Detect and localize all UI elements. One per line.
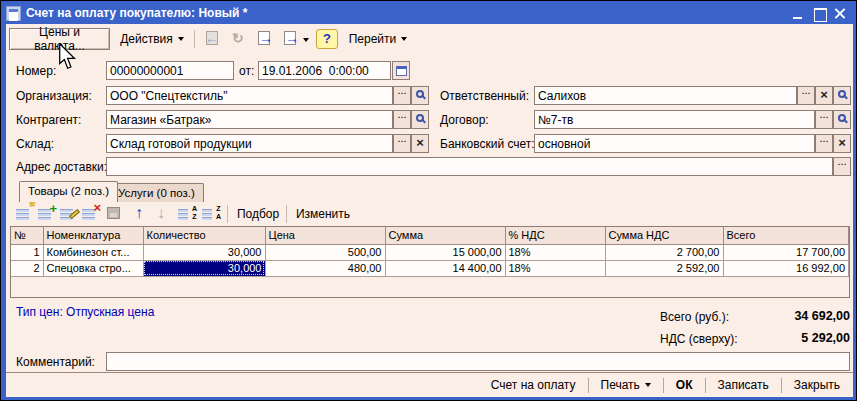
rows-icon	[178, 209, 188, 220]
contract-label: Договор:	[440, 113, 489, 127]
cell-total[interactable]: 16 992,00	[723, 260, 849, 276]
toolbar-separator	[194, 30, 195, 48]
responsible-label: Ответственный:	[440, 89, 529, 103]
cell-vat-pct[interactable]: 18%	[505, 260, 605, 276]
goto-button[interactable]: Перейти	[344, 28, 412, 50]
edit-row-button[interactable]	[58, 204, 80, 224]
bank-account-clear-button[interactable]	[833, 134, 851, 153]
items-table: № Номенклатура Количество Цена Сумма % Н…	[10, 226, 850, 298]
chevron-down-icon	[303, 38, 309, 42]
chevron-down-icon	[645, 383, 651, 387]
vat-value: 5 292,00	[720, 331, 850, 345]
bank-account-select-button[interactable]	[815, 134, 833, 153]
cell-vat-sum[interactable]: 2 592,00	[605, 260, 723, 276]
tab-goods[interactable]: Товары (2 поз.)	[19, 181, 118, 202]
organization-label: Организация:	[16, 89, 92, 103]
counterparty-select-button[interactable]	[393, 110, 411, 129]
cell-nomenclature[interactable]: Спецовка стро...	[43, 260, 143, 276]
add-row-button[interactable]: *	[14, 204, 36, 224]
cell-sum[interactable]: 15 000,00	[385, 244, 505, 260]
cell-total[interactable]: 17 700,00	[723, 244, 849, 260]
table-row: 2 Спецовка стро... 30,000 480,00 14 400,…	[11, 260, 849, 276]
actions-button[interactable]: Действия	[116, 28, 188, 50]
footer-separator	[588, 378, 589, 393]
warehouse-clear-button[interactable]	[411, 134, 429, 153]
comment-input[interactable]	[106, 352, 850, 371]
organization-open-button[interactable]	[411, 86, 429, 105]
toolbar-separator	[286, 205, 287, 223]
prices-currency-button[interactable]: Цены и валюта...	[9, 28, 110, 50]
responsible-open-button[interactable]	[833, 86, 851, 105]
bank-account-label: Банковский счет:	[440, 137, 535, 151]
col-header-total: Всего	[723, 227, 849, 244]
cell-num[interactable]: 1	[11, 244, 43, 260]
date-input[interactable]	[258, 61, 391, 80]
cell-sum[interactable]: 14 400,00	[385, 260, 505, 276]
change-button[interactable]: Изменить	[291, 203, 355, 224]
toolbar-separator	[227, 205, 228, 223]
print-button[interactable]: Печать	[590, 375, 662, 395]
help-button[interactable]: ?	[316, 29, 338, 49]
contract-input[interactable]	[534, 110, 815, 129]
post-document-menu-button[interactable]: →	[280, 29, 310, 49]
cell-price[interactable]: 500,00	[265, 244, 385, 260]
cell-vat-pct[interactable]: 18%	[505, 244, 605, 260]
cell-price[interactable]: 480,00	[265, 260, 385, 276]
date-label: от:	[239, 64, 254, 78]
cell-num[interactable]: 2	[11, 260, 43, 276]
post-document-button[interactable]: →	[254, 29, 276, 49]
number-input[interactable]	[106, 61, 234, 80]
rows-icon	[16, 209, 29, 220]
delete-row-button[interactable]: ×	[80, 204, 102, 224]
cell-quantity-selected[interactable]: 30,000	[143, 260, 265, 276]
number-label: Номер:	[16, 64, 56, 78]
reread-button: ←	[202, 29, 224, 49]
close-icon[interactable]	[832, 6, 849, 21]
total-value: 34 692,00	[720, 309, 850, 323]
responsible-input[interactable]	[534, 86, 797, 105]
warehouse-input[interactable]	[106, 134, 393, 153]
save-button[interactable]: Записать	[707, 375, 780, 395]
sort-asc-button[interactable]: AZ	[176, 204, 198, 224]
contract-select-button[interactable]	[815, 110, 833, 129]
move-down-button: ↓	[152, 204, 174, 224]
price-type-text: Тип цен: Отпускная цена	[16, 305, 154, 319]
copy-row-button[interactable]: +	[36, 204, 58, 224]
sort-desc-button[interactable]: ZA	[200, 204, 222, 224]
warehouse-label: Склад:	[16, 137, 54, 151]
save-ok-icon	[107, 207, 120, 219]
organization-input[interactable]	[106, 86, 393, 105]
organization-select-button[interactable]	[393, 86, 411, 105]
counterparty-open-button[interactable]	[411, 110, 429, 129]
move-up-button[interactable]: ↑	[130, 204, 152, 224]
comment-label: Комментарий:	[16, 355, 95, 369]
ok-button[interactable]: ОК	[665, 375, 704, 395]
col-header-sum: Сумма	[385, 227, 505, 244]
counterparty-label: Контрагент:	[16, 113, 81, 127]
responsible-select-button[interactable]	[797, 86, 815, 105]
col-header-vat-pct: % НДС	[505, 227, 605, 244]
invoice-window: Счет на оплату покупателю: Новый * Цены …	[0, 0, 857, 401]
magnifier-icon	[416, 90, 424, 98]
form-area: Цены и валюта... Действия ← ↻ → → ? Пере…	[6, 24, 853, 397]
delivery-address-select-button[interactable]	[833, 157, 851, 176]
document-icon	[6, 6, 21, 21]
invoice-print-form-button[interactable]: Счет на оплату	[480, 375, 587, 395]
warehouse-select-button[interactable]	[393, 134, 411, 153]
cell-vat-sum[interactable]: 2 700,00	[605, 244, 723, 260]
delivery-address-input[interactable]	[106, 157, 833, 176]
cell-nomenclature[interactable]: Комбинезон ст...	[43, 244, 143, 260]
close-button[interactable]: Закрыть	[783, 375, 851, 395]
maximize-icon[interactable]	[811, 6, 828, 21]
contract-open-button[interactable]	[833, 110, 851, 129]
minimize-icon[interactable]	[790, 6, 807, 21]
cell-quantity[interactable]: 30,000	[143, 244, 265, 260]
window-title: Счет на оплату покупателю: Новый *	[26, 6, 247, 20]
responsible-clear-button[interactable]	[815, 86, 833, 105]
title-bar: Счет на оплату покупателю: Новый *	[2, 2, 855, 24]
calendar-button[interactable]	[392, 61, 410, 80]
bank-account-input[interactable]	[534, 134, 815, 153]
counterparty-input[interactable]	[106, 110, 393, 129]
tab-services[interactable]: Услуги (0 поз.)	[109, 183, 204, 202]
pick-button[interactable]: Подбор	[234, 203, 282, 224]
